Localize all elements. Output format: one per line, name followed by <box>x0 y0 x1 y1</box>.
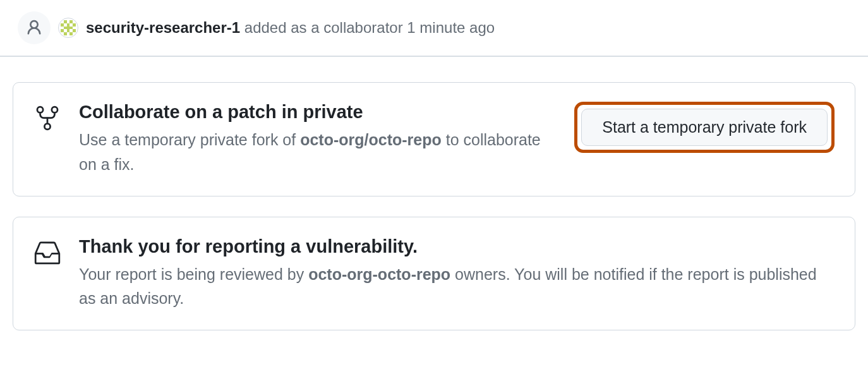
repo-owners-name: octo-org-octo-repo <box>308 265 450 283</box>
repo-name: octo-org/octo-repo <box>300 131 442 148</box>
timeline-action: added as a collaborator <box>240 19 407 36</box>
fork-icon <box>33 102 61 135</box>
collaborate-description: Use a temporary private fork of octo-org… <box>79 128 557 177</box>
person-icon <box>18 11 51 44</box>
timeline-event: security-researcher-1 added as a collabo… <box>0 0 868 56</box>
thankyou-description: Your report is being reviewed by octo-or… <box>79 262 835 311</box>
collaborate-title: Collaborate on a patch in private <box>79 102 557 123</box>
username-link[interactable]: security-researcher-1 <box>86 19 240 36</box>
collaborate-card: Collaborate on a patch in private Use a … <box>13 82 855 196</box>
timeline-timestamp: 1 minute ago <box>407 19 495 36</box>
avatar[interactable] <box>58 18 78 38</box>
inbox-icon <box>33 236 61 269</box>
thankyou-card: Thank you for reporting a vulnerability.… <box>13 217 855 331</box>
timeline-text: security-researcher-1 added as a collabo… <box>86 19 495 37</box>
thankyou-title: Thank you for reporting a vulnerability. <box>79 236 835 257</box>
button-highlight: Start a temporary private fork <box>574 102 835 153</box>
start-private-fork-button[interactable]: Start a temporary private fork <box>581 109 828 146</box>
